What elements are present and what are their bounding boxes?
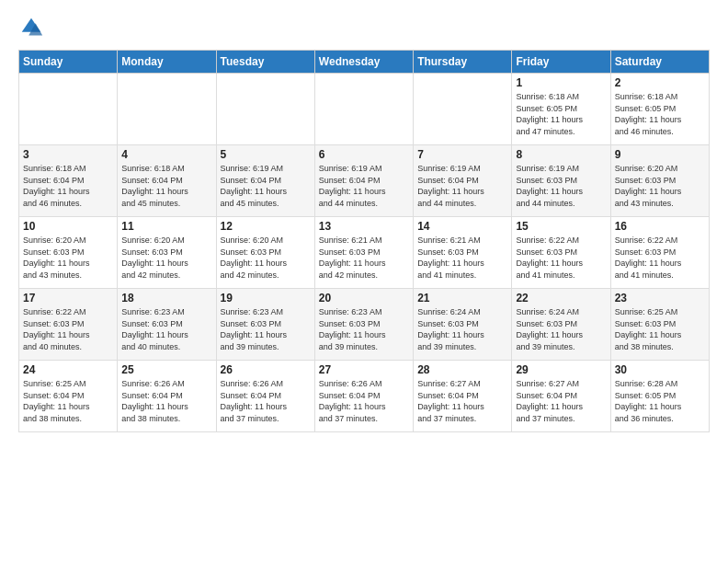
day-info: Sunrise: 6:20 AM Sunset: 6:03 PM Dayligh… xyxy=(615,163,705,209)
weekday-header-row: SundayMondayTuesdayWednesdayThursdayFrid… xyxy=(19,51,710,74)
calendar-cell: 13Sunrise: 6:21 AM Sunset: 6:03 PM Dayli… xyxy=(314,217,413,289)
calendar-week-1: 1Sunrise: 6:18 AM Sunset: 6:05 PM Daylig… xyxy=(19,74,710,145)
day-info: Sunrise: 6:22 AM Sunset: 6:03 PM Dayligh… xyxy=(615,235,705,281)
calendar-cell: 26Sunrise: 6:26 AM Sunset: 6:04 PM Dayli… xyxy=(216,361,314,432)
calendar-cell: 11Sunrise: 6:20 AM Sunset: 6:03 PM Dayli… xyxy=(118,217,216,289)
day-info: Sunrise: 6:27 AM Sunset: 6:04 PM Dayligh… xyxy=(417,378,507,424)
calendar-cell: 16Sunrise: 6:22 AM Sunset: 6:03 PM Dayli… xyxy=(610,217,709,289)
day-number: 6 xyxy=(319,148,409,161)
day-number: 28 xyxy=(417,363,507,376)
calendar-cell: 20Sunrise: 6:23 AM Sunset: 6:03 PM Dayli… xyxy=(314,289,413,361)
calendar-cell: 15Sunrise: 6:22 AM Sunset: 6:03 PM Dayli… xyxy=(512,217,610,289)
day-number: 5 xyxy=(221,148,311,161)
calendar-cell: 8Sunrise: 6:19 AM Sunset: 6:03 PM Daylig… xyxy=(512,145,610,217)
day-info: Sunrise: 6:28 AM Sunset: 6:05 PM Dayligh… xyxy=(615,378,705,424)
day-info: Sunrise: 6:18 AM Sunset: 6:04 PM Dayligh… xyxy=(23,163,113,209)
calendar-cell: 27Sunrise: 6:26 AM Sunset: 6:04 PM Dayli… xyxy=(314,361,413,432)
page-header xyxy=(18,15,710,40)
day-number: 13 xyxy=(319,220,409,233)
day-number: 25 xyxy=(121,363,211,376)
day-info: Sunrise: 6:24 AM Sunset: 6:03 PM Dayligh… xyxy=(417,306,507,352)
day-info: Sunrise: 6:21 AM Sunset: 6:03 PM Dayligh… xyxy=(417,235,507,281)
day-number: 23 xyxy=(615,292,705,304)
calendar-cell: 2Sunrise: 6:18 AM Sunset: 6:05 PM Daylig… xyxy=(610,74,709,145)
day-info: Sunrise: 6:23 AM Sunset: 6:03 PM Dayligh… xyxy=(319,306,409,352)
day-number: 29 xyxy=(516,363,606,376)
calendar-cell: 25Sunrise: 6:26 AM Sunset: 6:04 PM Dayli… xyxy=(118,361,216,432)
day-info: Sunrise: 6:26 AM Sunset: 6:04 PM Dayligh… xyxy=(221,378,311,424)
day-number: 20 xyxy=(319,292,409,304)
day-number: 22 xyxy=(516,292,606,304)
calendar-cell: 14Sunrise: 6:21 AM Sunset: 6:03 PM Dayli… xyxy=(414,217,512,289)
day-info: Sunrise: 6:19 AM Sunset: 6:03 PM Dayligh… xyxy=(516,163,606,209)
calendar-cell: 5Sunrise: 6:19 AM Sunset: 6:04 PM Daylig… xyxy=(216,145,314,217)
day-info: Sunrise: 6:18 AM Sunset: 6:05 PM Dayligh… xyxy=(615,91,705,137)
day-number: 16 xyxy=(615,220,705,233)
weekday-header-thursday: Thursday xyxy=(414,51,512,74)
day-number: 15 xyxy=(516,220,606,233)
calendar-cell: 6Sunrise: 6:19 AM Sunset: 6:04 PM Daylig… xyxy=(314,145,413,217)
day-info: Sunrise: 6:26 AM Sunset: 6:04 PM Dayligh… xyxy=(319,378,409,424)
day-number: 21 xyxy=(417,292,507,304)
day-number: 1 xyxy=(516,76,606,89)
day-info: Sunrise: 6:25 AM Sunset: 6:03 PM Dayligh… xyxy=(615,306,705,352)
weekday-header-wednesday: Wednesday xyxy=(314,51,413,74)
day-number: 19 xyxy=(221,292,311,304)
day-info: Sunrise: 6:24 AM Sunset: 6:03 PM Dayligh… xyxy=(516,306,606,352)
calendar-week-3: 10Sunrise: 6:20 AM Sunset: 6:03 PM Dayli… xyxy=(19,217,710,289)
day-number: 11 xyxy=(121,220,211,233)
day-info: Sunrise: 6:18 AM Sunset: 6:04 PM Dayligh… xyxy=(121,163,211,209)
day-number: 10 xyxy=(23,220,113,233)
day-number: 14 xyxy=(417,220,507,233)
calendar-cell: 12Sunrise: 6:20 AM Sunset: 6:03 PM Dayli… xyxy=(216,217,314,289)
calendar-week-5: 24Sunrise: 6:25 AM Sunset: 6:04 PM Dayli… xyxy=(19,361,710,432)
calendar-cell xyxy=(314,74,413,145)
day-info: Sunrise: 6:20 AM Sunset: 6:03 PM Dayligh… xyxy=(221,235,311,281)
calendar-cell: 28Sunrise: 6:27 AM Sunset: 6:04 PM Dayli… xyxy=(414,361,512,432)
day-number: 3 xyxy=(23,148,113,161)
day-info: Sunrise: 6:20 AM Sunset: 6:03 PM Dayligh… xyxy=(121,235,211,281)
day-info: Sunrise: 6:27 AM Sunset: 6:04 PM Dayligh… xyxy=(516,378,606,424)
day-info: Sunrise: 6:23 AM Sunset: 6:03 PM Dayligh… xyxy=(121,306,211,352)
day-number: 27 xyxy=(319,363,409,376)
calendar-cell: 1Sunrise: 6:18 AM Sunset: 6:05 PM Daylig… xyxy=(512,74,610,145)
calendar-cell: 24Sunrise: 6:25 AM Sunset: 6:04 PM Dayli… xyxy=(19,361,118,432)
day-number: 26 xyxy=(221,363,311,376)
calendar-cell xyxy=(19,74,118,145)
calendar-cell xyxy=(216,74,314,145)
calendar-cell: 30Sunrise: 6:28 AM Sunset: 6:05 PM Dayli… xyxy=(610,361,709,432)
day-info: Sunrise: 6:23 AM Sunset: 6:03 PM Dayligh… xyxy=(221,306,311,352)
logo-icon xyxy=(18,15,44,40)
calendar-week-4: 17Sunrise: 6:22 AM Sunset: 6:03 PM Dayli… xyxy=(19,289,710,361)
day-number: 7 xyxy=(417,148,507,161)
day-number: 8 xyxy=(516,148,606,161)
day-info: Sunrise: 6:26 AM Sunset: 6:04 PM Dayligh… xyxy=(121,378,211,424)
weekday-header-friday: Friday xyxy=(512,51,610,74)
calendar-table: SundayMondayTuesdayWednesdayThursdayFrid… xyxy=(18,50,710,432)
day-number: 17 xyxy=(23,292,113,304)
day-info: Sunrise: 6:22 AM Sunset: 6:03 PM Dayligh… xyxy=(516,235,606,281)
calendar-cell: 3Sunrise: 6:18 AM Sunset: 6:04 PM Daylig… xyxy=(19,145,118,217)
day-info: Sunrise: 6:25 AM Sunset: 6:04 PM Dayligh… xyxy=(23,378,113,424)
weekday-header-saturday: Saturday xyxy=(610,51,709,74)
day-info: Sunrise: 6:21 AM Sunset: 6:03 PM Dayligh… xyxy=(319,235,409,281)
calendar-cell: 10Sunrise: 6:20 AM Sunset: 6:03 PM Dayli… xyxy=(19,217,118,289)
logo xyxy=(18,15,48,40)
day-info: Sunrise: 6:22 AM Sunset: 6:03 PM Dayligh… xyxy=(23,306,113,352)
day-number: 4 xyxy=(121,148,211,161)
day-info: Sunrise: 6:19 AM Sunset: 6:04 PM Dayligh… xyxy=(319,163,409,209)
day-number: 12 xyxy=(221,220,311,233)
calendar-cell: 18Sunrise: 6:23 AM Sunset: 6:03 PM Dayli… xyxy=(118,289,216,361)
calendar-cell: 22Sunrise: 6:24 AM Sunset: 6:03 PM Dayli… xyxy=(512,289,610,361)
calendar-cell xyxy=(414,74,512,145)
calendar-cell: 19Sunrise: 6:23 AM Sunset: 6:03 PM Dayli… xyxy=(216,289,314,361)
day-number: 24 xyxy=(23,363,113,376)
calendar-week-2: 3Sunrise: 6:18 AM Sunset: 6:04 PM Daylig… xyxy=(19,145,710,217)
weekday-header-monday: Monday xyxy=(118,51,216,74)
calendar-cell: 17Sunrise: 6:22 AM Sunset: 6:03 PM Dayli… xyxy=(19,289,118,361)
calendar-cell xyxy=(118,74,216,145)
calendar-cell: 4Sunrise: 6:18 AM Sunset: 6:04 PM Daylig… xyxy=(118,145,216,217)
calendar-cell: 29Sunrise: 6:27 AM Sunset: 6:04 PM Dayli… xyxy=(512,361,610,432)
weekday-header-tuesday: Tuesday xyxy=(216,51,314,74)
day-info: Sunrise: 6:20 AM Sunset: 6:03 PM Dayligh… xyxy=(23,235,113,281)
